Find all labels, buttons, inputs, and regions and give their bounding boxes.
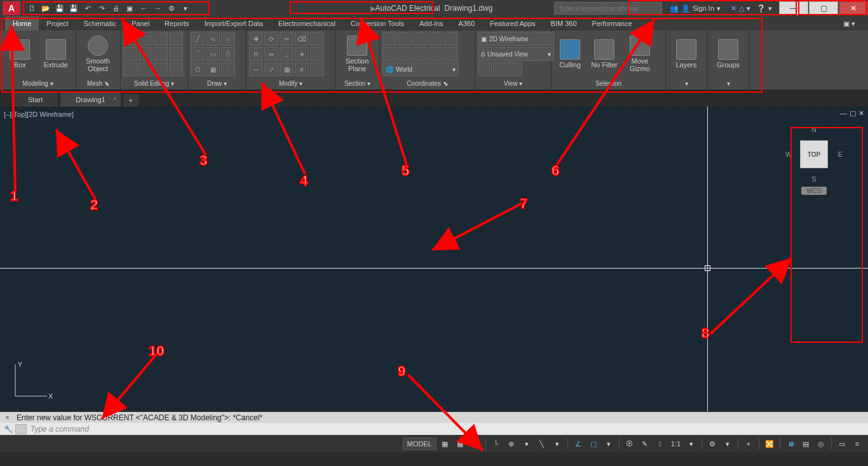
cmd-options-icon[interactable]: 🔧	[4, 425, 13, 434]
rect-icon[interactable]: ▭	[206, 47, 220, 61]
ucs-icon[interactable]	[383, 47, 397, 61]
tool-icon[interactable]	[123, 47, 137, 61]
help-icon[interactable]: ❔	[757, 4, 766, 13]
walk-icon[interactable]: 𖠋	[653, 437, 667, 450]
tool-icon[interactable]	[139, 62, 153, 76]
trim-icon[interactable]: ✂	[280, 32, 294, 46]
annoscale-label[interactable]: 1:1	[668, 437, 683, 450]
tab-project[interactable]: Project	[39, 17, 76, 30]
extrude-button[interactable]: Extrude	[39, 32, 74, 76]
panel-section-title[interactable]: Section ▾	[338, 79, 377, 88]
sb-dropdown-icon[interactable]: ▾	[602, 437, 616, 450]
qat-dropdown-icon[interactable]: ▾	[179, 2, 192, 15]
prev-icon[interactable]: ←	[137, 2, 150, 15]
command-input-placeholder[interactable]: Type a command	[31, 425, 89, 434]
line-icon[interactable]: ╱	[191, 32, 205, 46]
view-tool-icon[interactable]	[493, 62, 507, 76]
panel-coords-title[interactable]: Coordinates ⬊	[383, 79, 472, 88]
sb-dropdown-icon[interactable]: ▾	[550, 437, 564, 450]
ucs-icon[interactable]	[428, 47, 442, 61]
wcs-badge[interactable]: WCS	[801, 187, 826, 195]
vp-max-icon[interactable]: ▢	[850, 109, 856, 117]
tool-icon[interactable]	[154, 32, 168, 46]
tab-conversion[interactable]: Conversion Tools	[343, 17, 412, 30]
sb-dropdown-icon[interactable]: ▾	[684, 437, 698, 450]
erase-icon[interactable]: ⌫	[295, 32, 309, 46]
ucs-icon[interactable]	[428, 32, 442, 46]
ellipse-icon[interactable]: ⬯	[221, 47, 235, 61]
visual-style-dropdown[interactable]: ▣ 2D Wireframe	[478, 32, 554, 46]
vp-close-icon[interactable]: ✕	[858, 109, 864, 117]
open-icon[interactable]: 📂	[39, 2, 52, 15]
viewcube[interactable]: N S E W TOP WCS	[779, 126, 849, 221]
tab-featured[interactable]: Featured Apps	[482, 17, 543, 30]
signin-dropdown-icon[interactable]: ▾	[717, 4, 721, 13]
ucs-icon[interactable]	[383, 32, 397, 46]
minimize-button[interactable]: —	[779, 1, 808, 15]
undo-icon[interactable]: ↶	[81, 2, 94, 15]
ribbon-minimize-icon[interactable]: ▣ ▾	[836, 17, 863, 30]
panel-view-title[interactable]: View ▾	[478, 79, 548, 88]
array-icon[interactable]: ▦	[280, 62, 294, 76]
mirror-icon[interactable]: ⇔	[264, 47, 278, 61]
ws-switch-icon[interactable]: 🔀	[763, 437, 776, 450]
panel-modify-title[interactable]: Modify ▾	[249, 79, 332, 88]
monitor-icon[interactable]: 🖥	[783, 437, 797, 450]
fillet-icon[interactable]: ◞	[280, 47, 294, 61]
tab-importexport[interactable]: Import/Export Data	[197, 17, 271, 30]
osnap3d-icon[interactable]: ▢	[587, 437, 600, 450]
dyninput-icon[interactable]: ✎	[638, 437, 652, 450]
box-button[interactable]: Box	[3, 32, 37, 76]
tool-icon[interactable]	[123, 62, 137, 76]
tool-icon[interactable]	[169, 62, 183, 76]
redo-icon[interactable]: ↷	[95, 2, 108, 15]
rotate-icon[interactable]: ⟳	[264, 32, 278, 46]
view-tool-icon[interactable]	[478, 62, 492, 76]
cleanscreen-icon[interactable]: ▭	[835, 437, 849, 450]
snap-toggle-icon[interactable]: ▦	[453, 437, 467, 450]
tab-electromech[interactable]: Electromechanical	[271, 17, 343, 30]
tool-icon[interactable]	[169, 32, 183, 46]
stretch-icon[interactable]: ↔	[249, 62, 263, 76]
osnap-icon[interactable]: ∠	[571, 437, 585, 450]
tab-performance[interactable]: Performance	[585, 17, 640, 30]
explode-icon[interactable]: ✶	[295, 47, 309, 61]
ucs-icon[interactable]	[444, 47, 458, 61]
grid-toggle-icon[interactable]: ▦	[438, 437, 452, 450]
search-input[interactable]	[554, 2, 662, 15]
user-icon[interactable]: 👤	[681, 4, 690, 13]
gizmo-button[interactable]: Move Gizmo	[623, 32, 657, 76]
gear-icon[interactable]: ⚙	[705, 437, 719, 450]
ucs-icon[interactable]	[413, 47, 427, 61]
tool-icon[interactable]	[139, 47, 153, 61]
signin-area[interactable]: 👥 👤 Sign In ▾ ✕ △ ▾ ❔ ▾	[666, 4, 776, 13]
maximize-button[interactable]: ▢	[809, 1, 838, 15]
tab-drawing1[interactable]: Drawing1×	[60, 93, 120, 107]
sb-dropdown-icon[interactable]: ▾	[520, 437, 534, 450]
culling-button[interactable]: Culling	[554, 32, 586, 76]
polyline-icon[interactable]: ∿	[206, 32, 220, 46]
groups-button[interactable]: Groups	[710, 32, 746, 76]
drawing-area[interactable]: [–][Top][2D Wireframe] — ▢ ✕ N S E W TOP…	[0, 107, 868, 411]
a360-icon[interactable]: △	[739, 4, 744, 13]
new-icon[interactable]: 🗋	[25, 2, 38, 15]
panel-layers-title[interactable]: ▾	[668, 79, 705, 88]
arc-icon[interactable]: ⌒	[191, 47, 205, 61]
panel-selection-title[interactable]: Selection	[554, 79, 663, 88]
tab-schematic[interactable]: Schematic	[76, 17, 124, 30]
tool-icon[interactable]	[310, 47, 324, 61]
dynucs-icon[interactable]: ⦿	[623, 437, 637, 450]
sb-dropdown-icon[interactable]: ▾	[468, 437, 482, 450]
ucs-icon[interactable]	[413, 32, 427, 46]
circle-icon[interactable]: ○	[221, 32, 235, 46]
plot-icon[interactable]: 🖨	[109, 2, 122, 15]
model-space-button[interactable]: MODEL	[403, 437, 437, 450]
copy-icon[interactable]: ⎘	[249, 47, 263, 61]
tool-icon[interactable]	[139, 32, 153, 46]
panel-groups-title[interactable]: ▾	[710, 79, 747, 88]
new-tab-button[interactable]: +	[123, 94, 139, 107]
infocenter-icon[interactable]: 👥	[670, 4, 679, 13]
compass[interactable]: N S E W TOP	[785, 126, 843, 183]
hatch-icon[interactable]: ▦	[206, 62, 220, 76]
panel-mesh-title[interactable]: Mesh ⬊	[79, 79, 118, 88]
